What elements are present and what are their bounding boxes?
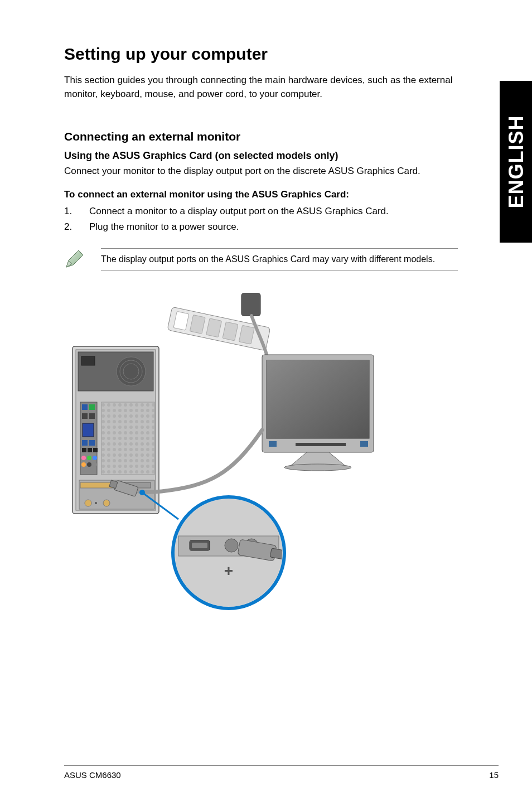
svg-text:+: + [224,562,233,579]
svg-point-56 [225,539,238,552]
step-item: 2. Plug the monitor to a power source. [64,221,499,233]
page-title: Setting up your computer [64,45,499,64]
svg-point-27 [87,456,91,460]
svg-rect-24 [88,448,92,452]
connection-diagram: + [64,285,376,614]
svg-point-38 [95,502,97,504]
svg-point-28 [93,456,97,460]
footer-page-number: 15 [489,770,499,780]
note-text: The display output ports on the ASUS Gra… [101,248,458,270]
language-tab: ENGLISH [500,81,532,243]
steps-list: 1. Connect a monitor to a display output… [64,206,499,233]
svg-rect-18 [82,413,88,419]
svg-rect-17 [89,404,95,410]
section-heading: Connecting an external monitor [64,130,499,143]
step-text: Plug the monitor to a power source. [89,221,239,233]
svg-point-49 [139,490,145,495]
svg-point-31 [93,462,97,467]
procedure-title: To connect an external monitor using the… [64,189,499,200]
intro-paragraph: This section guides you through connecti… [64,74,466,101]
svg-rect-43 [360,441,368,447]
step-number: 1. [64,206,89,217]
svg-point-29 [81,462,86,467]
svg-rect-44 [296,443,346,446]
svg-rect-37 [103,500,110,506]
svg-point-30 [87,462,91,467]
svg-rect-42 [269,441,277,447]
svg-rect-20 [83,423,94,437]
note-row: The display output ports on the ASUS Gra… [64,248,499,270]
svg-rect-25 [93,448,98,452]
pencil-icon [64,249,84,269]
section-subheading: Using the ASUS Graphics Card (on selecte… [64,150,499,162]
svg-rect-16 [82,404,88,410]
svg-rect-41 [267,360,369,438]
svg-rect-34 [80,482,114,488]
svg-rect-36 [85,500,91,506]
section-body: Connect your monitor to the display outp… [64,166,466,177]
svg-rect-21 [82,440,88,446]
svg-rect-14 [81,356,95,365]
step-item: 1. Connect a monitor to a display output… [64,206,499,217]
page-footer: ASUS CM6630 15 [64,765,499,780]
svg-point-26 [81,456,86,460]
svg-point-45 [284,464,351,471]
svg-rect-19 [89,413,95,419]
language-tab-label: ENGLISH [504,115,528,208]
svg-rect-22 [89,440,95,446]
svg-rect-23 [82,448,86,452]
step-text: Connect a monitor to a display output po… [89,206,389,217]
step-number: 2. [64,221,89,233]
svg-rect-6 [241,293,260,316]
svg-rect-55 [192,543,207,548]
footer-product: ASUS CM6630 [64,770,121,780]
